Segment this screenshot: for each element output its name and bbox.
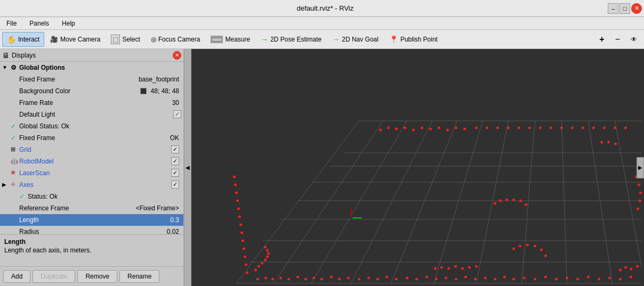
svg-point-60 [246,272,248,274]
tree-row-grid[interactable]: ⊞ Grid ✓ [0,144,183,156]
svg-point-94 [512,248,515,250]
svg-point-23 [279,277,282,280]
svg-point-140 [350,216,353,219]
tree-row-radius[interactable]: Radius 0.02 [0,226,183,234]
svg-line-1 [274,121,383,283]
focus-camera-icon: ◎ [151,36,156,43]
info-description: Length of each axis, in meters. [4,247,179,254]
tree-row-length[interactable]: Length 0.3 [0,214,183,226]
tree-row-fixed-frame-ok[interactable]: ✓ Fixed Frame OK [0,132,183,144]
svg-point-21 [264,277,267,280]
tree-row-robot-model[interactable]: 🤖 RobotModel ✓ [0,156,183,167]
tree-row-reference-frame[interactable]: Reference Frame <Fixed Frame> [0,202,183,214]
svg-point-58 [619,278,622,281]
panel-collapse-arrow[interactable]: ◀ [184,49,191,286]
grid-icon: ⊞ [11,146,19,153]
duplicate-button[interactable]: Duplicate [33,270,75,283]
ref-frame-label: Reference Frame [19,205,136,212]
tree-row-axes[interactable]: ▶ ✛ Axes ✓ [0,179,183,191]
tree-row-default-light[interactable]: Default Light ✓ [0,109,183,120]
close-panel-button[interactable]: ✕ [173,51,181,60]
tool-interact[interactable]: ✋ Interact [2,32,44,47]
tree-row-global-status[interactable]: ✓ Global Status: Ok [0,120,183,132]
svg-point-57 [608,277,611,280]
svg-point-70 [235,192,238,194]
remove-display-button[interactable]: − [610,32,625,47]
svg-point-135 [267,252,270,255]
svg-point-56 [598,278,600,281]
tool-2d-pose[interactable]: → 2D Pose Estimate [256,32,326,47]
tree-row-frame-rate[interactable]: Frame Rate 30 [0,97,183,109]
svg-point-82 [571,127,574,129]
viewport-collapse-arrow[interactable]: ▶ [637,157,644,178]
svg-line-3 [351,121,432,283]
svg-point-117 [639,200,641,202]
svg-point-98 [540,249,543,251]
add-display-button[interactable]: + [594,32,609,47]
svg-line-10 [615,121,642,267]
tool-focus-camera[interactable]: ◎ Focus Camera [146,32,205,47]
svg-point-20 [256,278,259,281]
svg-point-74 [486,127,488,129]
svg-point-78 [528,127,531,129]
svg-point-83 [582,127,584,129]
menu-panels[interactable]: Panels [25,19,53,28]
svg-point-39 [425,276,428,279]
tool-publish-point[interactable]: 📍 Publish Point [384,32,442,47]
publish-icon: 📍 [389,35,398,44]
nav-icon: → [332,35,340,44]
gear-icon: ⚙ [11,64,19,71]
svg-point-35 [385,276,388,279]
svg-point-121 [630,268,632,271]
axes-indicator [350,209,362,219]
menu-file[interactable]: File [2,19,21,28]
svg-point-81 [560,127,563,129]
tree-row-fixed-frame[interactable]: Fixed Frame base_footprint [0,73,183,85]
svg-point-48 [512,278,515,281]
maximize-button[interactable]: □ [619,3,630,14]
default-light-check: ✓ [173,110,181,118]
minimize-button[interactable]: – [608,3,618,14]
tool-2d-nav[interactable]: → 2D Nav Goal [327,32,383,47]
tree-row-laser-scan[interactable]: ✱ LaserScan ✓ [0,167,183,179]
svg-point-69 [236,200,239,202]
svg-point-62 [244,256,246,258]
laser-check: ✓ [171,169,179,177]
svg-point-128 [468,266,471,269]
fixed-frame-ok-value: OK [170,134,181,142]
panel-title-label: Displays [12,52,36,59]
tree-row-global-options[interactable]: ▼ ⚙ Global Options [0,62,183,73]
svg-line-2 [311,121,407,283]
svg-point-29 [330,276,333,279]
svg-point-110 [463,128,466,130]
menu-help[interactable]: Help [58,19,79,28]
view-button[interactable]: 👁 [626,32,642,47]
info-title: Length [4,238,179,246]
tree-row-background-color[interactable]: Background Color 48; 48; 48 [0,85,183,97]
tool-move-camera[interactable]: 🎥 Move Camera [45,32,105,47]
svg-point-131 [257,265,260,268]
svg-point-52 [555,278,558,281]
tree-row-axes-status[interactable]: ✓ Status: Ok [0,191,183,202]
robot-model-label: RobotModel [19,158,171,165]
interact-label: Interact [18,36,39,43]
tool-measure[interactable]: ══ Measure [206,32,255,47]
close-button[interactable]: ✕ [631,3,642,14]
add-button[interactable]: Add [3,270,30,283]
3d-viewport[interactable]: ▶ [191,49,644,286]
svg-point-86 [614,127,616,129]
rename-button[interactable]: Rename [119,270,159,283]
3d-scene [191,49,644,286]
tool-select[interactable]: ⬚ Select [106,32,144,47]
remove-button[interactable]: Remove [77,270,117,283]
frame-rate-label: Frame Rate [19,99,172,107]
view-icon: 👁 [631,36,637,43]
radius-value: 0.02 [167,228,181,235]
svg-point-76 [507,127,510,129]
svg-point-47 [503,276,506,279]
interact-icon: ✋ [7,35,16,44]
publish-label: Publish Point [400,36,438,43]
check-icon: ✓ [11,134,19,142]
svg-point-33 [367,277,370,280]
tree-panel[interactable]: ▼ ⚙ Global Options Fixed Frame base_foot… [0,62,183,234]
